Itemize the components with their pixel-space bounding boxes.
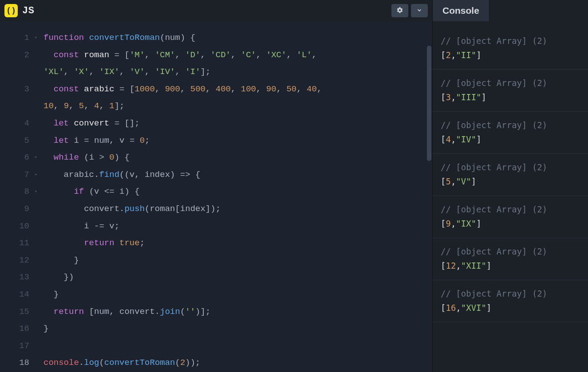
- close-brace: }: [74, 255, 79, 265]
- console-comment: // [object Array] (2): [441, 244, 580, 258]
- kw-const: const: [54, 50, 79, 60]
- kw-const: const: [54, 84, 79, 94]
- paren: (: [160, 33, 165, 43]
- line-number: 17: [0, 337, 39, 355]
- log-close: ));: [185, 358, 200, 368]
- line-number: 14: [0, 286, 39, 303]
- id-roman: roman: [84, 50, 109, 60]
- console-entry: // [object Array] (2)[9,"IX"]: [433, 196, 588, 238]
- empty-arr: = [];: [109, 118, 139, 128]
- op-assign: =: [109, 50, 124, 60]
- console-entry: // [object Array] (2)[4,"IV"]: [433, 112, 588, 154]
- kw-let: let: [54, 118, 69, 128]
- roman-array-line2: 'XL', 'X', 'IX', 'V', 'IV', 'I']: [43, 67, 205, 77]
- line-number: 2: [0, 47, 39, 64]
- console-entry: // [object Array] (2)[12,"XII"]: [433, 238, 588, 280]
- fn-name: convertToRoman: [89, 33, 160, 43]
- kw-true: true: [119, 238, 140, 248]
- lang-label: JS: [22, 5, 34, 16]
- console-value: [5,"V"]: [441, 174, 580, 188]
- console-comment: // [object Array] (2): [441, 34, 580, 48]
- log-num: 2: [180, 358, 185, 368]
- header-left: () JS: [4, 4, 34, 17]
- line-gutter: 1 2 3 4 5 6 7 8 9 10 11 12 13 14 15 16 1…: [0, 21, 39, 372]
- op-assign: =: [114, 84, 130, 94]
- roman-array-line1: ['M', 'CM', 'D', 'CD', 'C', 'XC', 'L',: [124, 50, 322, 60]
- line-number: 10: [0, 218, 39, 235]
- editor-pane: () JS 1 2 3 4 5 6 7 8 9: [0, 0, 432, 372]
- console-value: [3,"III"]: [441, 90, 580, 104]
- console-header: Console: [433, 0, 588, 21]
- console-entry: // [object Array] (2)[2,"II"]: [433, 27, 588, 70]
- line-number: 12: [0, 252, 39, 269]
- settings-button[interactable]: [391, 4, 408, 17]
- fn-call: convertToRoman: [104, 358, 175, 368]
- push-line: convert.push(roman[index]);: [84, 204, 221, 214]
- console-entry: // [object Array] (2)[5,"V"]: [433, 154, 588, 196]
- kw-return: return: [54, 307, 84, 317]
- join-args: ('')];: [180, 307, 210, 317]
- param: num: [165, 33, 180, 43]
- scrollbar-thumb[interactable]: [427, 46, 431, 161]
- console-comment: // [object Array] (2): [441, 76, 580, 90]
- line-number: 9: [0, 200, 39, 218]
- console-entry: // [object Array] (2)[16,"XVI"]: [433, 280, 588, 322]
- line-number: 1: [0, 29, 39, 47]
- line-number: 18: [0, 354, 39, 372]
- arabic-array-line2: 10, 9, 5, 4, 1]: [43, 101, 119, 111]
- line-number: 5: [0, 132, 39, 149]
- close-paren-brace: }): [64, 272, 74, 282]
- line-number: 16: [0, 320, 39, 337]
- console-value: [16,"XVI"]: [441, 301, 580, 315]
- line-number: 15: [0, 303, 39, 321]
- console-pane: Console // [object Array] (2)[2,"II"]// …: [432, 0, 588, 372]
- return-val-open: [num, convert.: [84, 307, 160, 317]
- kw-function: function: [43, 33, 84, 43]
- kw-return: return: [84, 238, 114, 248]
- line-number: 7: [0, 166, 39, 184]
- console-tab[interactable]: Console: [433, 0, 489, 21]
- fn-join: join: [160, 307, 180, 317]
- js-logo-icon: (): [4, 4, 18, 17]
- header-right: [391, 4, 428, 17]
- console-comment: // [object Array] (2): [441, 202, 580, 216]
- expand-button[interactable]: [411, 4, 428, 17]
- line-number: 4: [0, 115, 39, 132]
- line5: let i = num, v = 0;: [54, 136, 150, 145]
- gear-icon: [396, 7, 403, 15]
- if-cond: (v <= i) {: [84, 187, 139, 196]
- semicolon: ;: [119, 101, 124, 111]
- paren: ): [180, 33, 185, 43]
- semicolon: ;: [140, 238, 145, 248]
- console-comment: // [object Array] (2): [441, 160, 580, 174]
- id-convert: convert: [74, 118, 109, 128]
- console-value: [2,"II"]: [441, 48, 580, 62]
- line-number: 8: [0, 183, 39, 200]
- console-comment: // [object Array] (2): [441, 286, 580, 301]
- code-area[interactable]: function convertToRoman(num) { const rom…: [39, 21, 432, 372]
- arabic-array-line1: [1000, 900, 500, 400, 100, 90, 50, 40,: [130, 84, 327, 94]
- fn-log: log: [84, 358, 99, 368]
- line-number: 6: [0, 149, 39, 166]
- console-value: [4,"IV"]: [441, 132, 580, 146]
- brace: {: [185, 33, 195, 43]
- id-console: console: [43, 358, 79, 368]
- editor-body[interactable]: 1 2 3 4 5 6 7 8 9 10 11 12 13 14 15 16 1…: [0, 21, 432, 372]
- line-number: 11: [0, 235, 39, 252]
- console-entry: // [object Array] (2)[3,"III"]: [433, 70, 588, 112]
- while-cond: (i > 0) {: [79, 153, 130, 162]
- dec-line: i -= v;: [84, 221, 119, 231]
- console-value: [9,"IX"]: [441, 216, 580, 231]
- semicolon: ;: [205, 67, 210, 77]
- console-value: [12,"XII"]: [441, 258, 580, 273]
- console-comment: // [object Array] (2): [441, 118, 580, 132]
- chevron-down-icon: [416, 7, 422, 15]
- kw-if: if: [74, 187, 84, 196]
- close-brace: }: [43, 324, 48, 333]
- kw-while: while: [54, 153, 79, 162]
- arabic-find: arabic.find((v, index) => {: [64, 170, 201, 180]
- close-brace: }: [54, 290, 59, 299]
- id-arabic: arabic: [84, 84, 114, 94]
- editor-header: () JS: [0, 0, 432, 21]
- console-body[interactable]: // [object Array] (2)[2,"II"]// [object …: [433, 21, 588, 372]
